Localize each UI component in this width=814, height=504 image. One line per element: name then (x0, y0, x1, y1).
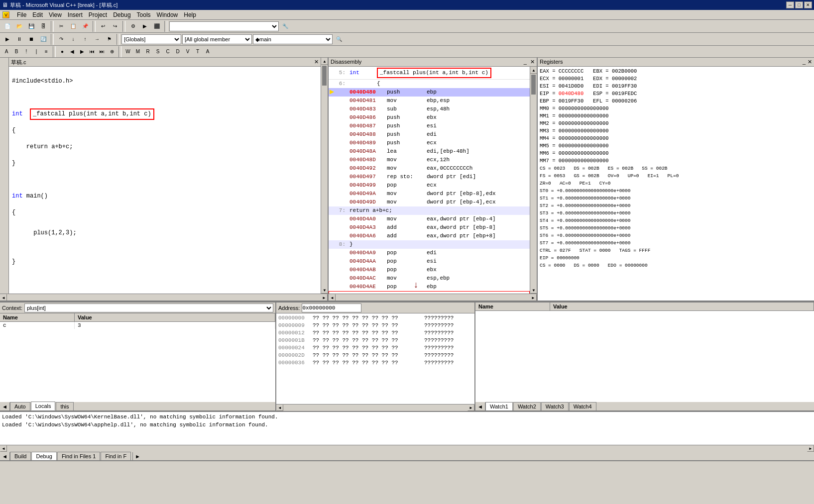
disasm-h-track[interactable] (336, 294, 530, 301)
tab-build[interactable]: Build (10, 452, 31, 460)
nav-btn3[interactable]: ▶ (78, 47, 87, 56)
menu-file[interactable]: File (14, 10, 29, 19)
disasm-close[interactable]: ✕ (530, 59, 535, 65)
debug-win5[interactable]: C (163, 47, 172, 56)
nav-btn4[interactable]: ⏮ (88, 47, 97, 56)
code-pane-close[interactable]: ✕ (314, 59, 319, 65)
debug-win1[interactable]: W (123, 47, 132, 56)
menu-insert[interactable]: Insert (65, 10, 86, 19)
close-button[interactable]: ✕ (804, 1, 812, 8)
copy-btn[interactable]: 📋 (68, 21, 79, 32)
debug-btn3[interactable]: ⏹ (26, 34, 37, 45)
build-btn[interactable]: ⚙ (127, 21, 138, 32)
tab-auto[interactable]: Auto (10, 402, 30, 410)
dropdown-placeholder[interactable] (169, 21, 279, 31)
output-tab-arrow-right[interactable]: ▶ (132, 452, 142, 460)
debug-win6[interactable]: D (173, 47, 182, 56)
disasm-vscroll[interactable]: ▲ ▼ (530, 67, 537, 294)
context-select[interactable]: plus[int] (24, 303, 273, 312)
h-scroll-right[interactable]: ▶ (321, 294, 328, 301)
redo-btn[interactable]: ↪ (110, 21, 120, 32)
watch-tab-4[interactable]: Watch4 (569, 402, 596, 410)
locals-tab-arrow-left[interactable]: ◀ (0, 403, 10, 410)
scroll-up-btn[interactable]: ▲ (321, 58, 328, 65)
step-into[interactable]: ↓ (68, 34, 79, 45)
debug-win2[interactable]: M (133, 47, 142, 56)
reg-minimize[interactable]: _ (803, 59, 806, 65)
debug-win7[interactable]: V (183, 47, 192, 56)
debug-btn1[interactable]: ▶ (2, 34, 13, 45)
menu-edit[interactable]: Edit (29, 10, 46, 19)
disasm-h-left[interactable]: ◀ (329, 294, 336, 301)
function-select[interactable]: ◆main (253, 34, 333, 44)
members-select[interactable]: [All global member (182, 34, 252, 44)
fmt-btn3[interactable]: ! (22, 47, 31, 56)
scroll-down-btn[interactable]: ▼ (321, 287, 328, 294)
extra-btn[interactable]: 🔧 (280, 21, 291, 32)
out-h-right[interactable]: ▶ (807, 445, 814, 452)
save-btn[interactable]: 💾 (26, 21, 37, 32)
tab-locals[interactable]: Locals (31, 402, 56, 410)
debug-win8[interactable]: T (193, 47, 202, 56)
tab-find-in-files-1[interactable]: Find in Files 1 (57, 452, 100, 460)
nav-btn6[interactable]: ⊕ (108, 47, 116, 56)
debug-win3[interactable]: R (143, 47, 152, 56)
run-to-cursor[interactable]: → (92, 34, 103, 45)
debug-extra1[interactable]: ⚑ (104, 34, 115, 45)
mem-h-track[interactable] (283, 404, 467, 411)
menu-project[interactable]: Project (86, 10, 110, 19)
maximize-button[interactable]: □ (795, 1, 803, 8)
disasm-h-right[interactable]: ▶ (530, 294, 537, 301)
fmt-btn5[interactable]: ≡ (42, 47, 51, 56)
run-btn[interactable]: ▶ (139, 21, 150, 32)
nav-btn2[interactable]: ◀ (68, 47, 77, 56)
debug-btn2[interactable]: ⏸ (14, 34, 25, 45)
cut-btn[interactable]: ✂ (56, 21, 67, 32)
debug-win4[interactable]: S (153, 47, 162, 56)
mem-h-right[interactable]: ▶ (467, 404, 474, 411)
fmt-btn2[interactable]: B (12, 47, 21, 56)
menu-window[interactable]: Window (154, 10, 181, 19)
step-over[interactable]: ↷ (56, 34, 67, 45)
member-btn[interactable]: 🔍 (334, 34, 345, 45)
menu-help[interactable]: Help (181, 10, 199, 19)
watch-tab-1[interactable]: Watch1 (485, 402, 513, 410)
mem-h-left[interactable]: ◀ (276, 404, 283, 411)
watch-tab-2[interactable]: Watch2 (513, 402, 541, 410)
h-scroll-track[interactable] (7, 294, 321, 301)
open-btn[interactable]: 📂 (14, 21, 25, 32)
fmt-btn1[interactable]: A (2, 47, 11, 56)
save-all-btn[interactable]: 🗄 (38, 21, 49, 32)
reg-close[interactable]: ✕ (808, 59, 812, 65)
new-btn[interactable]: 📄 (2, 21, 13, 32)
out-h-track[interactable] (7, 445, 807, 452)
watch-tab-3[interactable]: Watch3 (541, 402, 569, 410)
code-hscroll[interactable]: ◀ ▶ (0, 294, 328, 301)
disasm-minimize[interactable]: _ (524, 59, 527, 65)
step-out[interactable]: ↑ (80, 34, 91, 45)
tab-this[interactable]: this (56, 402, 73, 410)
nav-btn1[interactable]: ● (58, 47, 67, 56)
disasm-scroll-up[interactable]: ▲ (530, 67, 537, 74)
tab-find-in-f[interactable]: Find in F (101, 452, 131, 460)
nav-btn5[interactable]: ⏭ (98, 47, 107, 56)
h-scroll-left[interactable]: ◀ (0, 294, 7, 301)
output-tab-arrow[interactable]: ◀ (0, 452, 10, 460)
tab-debug[interactable]: Debug (31, 452, 56, 460)
fmt-btn4[interactable]: | (32, 47, 41, 56)
code-vscroll[interactable]: ▲ ▼ (321, 58, 328, 294)
addr-input[interactable] (302, 303, 361, 312)
debug-win9[interactable]: A (203, 47, 212, 56)
globals-select[interactable]: [Globals] (121, 34, 181, 44)
disasm-scroll-track[interactable] (530, 74, 537, 287)
disasm-hscroll[interactable]: ◀ ▶ (329, 294, 537, 301)
out-h-left[interactable]: ◀ (0, 445, 7, 452)
undo-btn[interactable]: ↩ (98, 21, 109, 32)
stop-btn[interactable]: ⬛ (151, 21, 162, 32)
disasm-scroll-down[interactable]: ▼ (530, 287, 537, 294)
minimize-button[interactable]: ─ (786, 1, 794, 8)
menu-debug[interactable]: Debug (110, 10, 133, 19)
watch-tab-arrow-left[interactable]: ◀ (475, 403, 485, 410)
menu-tools[interactable]: Tools (134, 10, 154, 19)
menu-view[interactable]: View (46, 10, 65, 19)
